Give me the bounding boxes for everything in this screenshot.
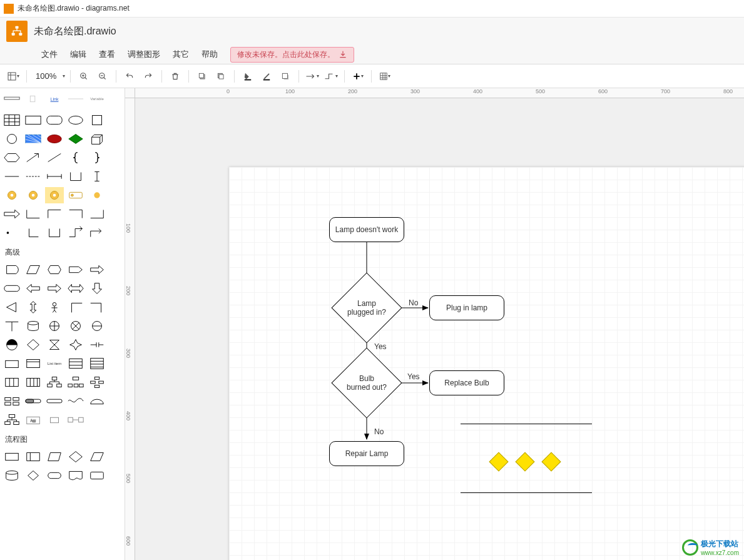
- shape-bracket-tr[interactable]: [88, 299, 106, 315]
- shape-fc[interactable]: [24, 449, 43, 465]
- page[interactable]: Lamp doesn't work Lamp plugged in? No Ye…: [229, 167, 744, 560]
- menu-view[interactable]: 查看: [93, 46, 121, 63]
- shape-pill2[interactable]: [45, 393, 64, 409]
- shape-adv[interactable]: [66, 262, 85, 278]
- insert-button[interactable]: ▾: [350, 68, 366, 84]
- menu-arrange[interactable]: 调整图形: [121, 46, 166, 63]
- shape-brace-l[interactable]: [66, 150, 85, 166]
- shape-window[interactable]: [24, 355, 43, 372]
- canvas-viewport[interactable]: Lamp doesn't work Lamp plugged in? No Ye…: [135, 98, 744, 560]
- shape-cube[interactable]: [88, 131, 106, 147]
- shape-list3[interactable]: [66, 355, 85, 372]
- undo-button[interactable]: [121, 68, 138, 84]
- shape-step-r2[interactable]: [88, 225, 106, 241]
- shape-hourglass[interactable]: [45, 337, 64, 353]
- shape-circle-plus[interactable]: [45, 318, 64, 334]
- to-front-button[interactable]: [194, 68, 210, 84]
- menu-file[interactable]: 文件: [35, 46, 64, 63]
- yellow-diamond-shape[interactable]: [489, 452, 508, 471]
- fill-color-button[interactable]: [240, 68, 256, 84]
- shape-corner3[interactable]: [66, 206, 85, 222]
- shape-adv[interactable]: [45, 262, 64, 278]
- yellow-diamond-shape[interactable]: [515, 452, 534, 471]
- shape-bracket-tl[interactable]: [66, 299, 85, 315]
- shape-arrow-lr[interactable]: [66, 280, 85, 297]
- shape-arrow-d[interactable]: [88, 280, 106, 297]
- zoom-level[interactable]: 100%: [32, 71, 60, 81]
- shape-fc-cyl[interactable]: [3, 467, 21, 484]
- shape-rounded[interactable]: [45, 112, 64, 128]
- menu-edit[interactable]: 编辑: [64, 46, 93, 63]
- shape-fc[interactable]: [66, 449, 85, 465]
- shape-connect[interactable]: [66, 412, 85, 428]
- shape-hatch[interactable]: [24, 131, 43, 147]
- shape-fc[interactable]: [88, 449, 106, 465]
- shape-tree4[interactable]: [3, 412, 21, 428]
- shape-form[interactable]: [3, 393, 21, 409]
- section-flowchart[interactable]: 流程图: [0, 430, 125, 446]
- shape-arrow-r[interactable]: [45, 280, 64, 297]
- node-decision-plugged[interactable]: Lamp plugged in?: [342, 283, 392, 333]
- shape-red-ellipse[interactable]: [45, 131, 64, 147]
- section-advanced[interactable]: 高级: [0, 243, 125, 259]
- shape-star4[interactable]: [66, 337, 85, 353]
- shape-dim-v[interactable]: [88, 168, 106, 185]
- shape-gear1[interactable]: [3, 187, 21, 203]
- shape-gear2[interactable]: [24, 187, 43, 203]
- shape-cols[interactable]: [3, 374, 21, 390]
- shape-arrow-l[interactable]: [24, 280, 43, 297]
- shape-list4[interactable]: [88, 355, 106, 372]
- line-shape[interactable]: [461, 424, 592, 424]
- view-mode-button[interactable]: ▾: [5, 68, 21, 84]
- shape-person[interactable]: [45, 299, 64, 315]
- redo-button[interactable]: [140, 68, 156, 84]
- table-button[interactable]: ▾: [377, 68, 393, 84]
- node-repair[interactable]: Repair Lamp: [329, 441, 404, 466]
- to-back-button[interactable]: [213, 68, 229, 84]
- node-decision-bulb[interactable]: Bulb burned out?: [342, 358, 392, 408]
- shape-fc[interactable]: [45, 449, 64, 465]
- shape-misc[interactable]: [66, 91, 85, 107]
- shape-cols2[interactable]: [24, 374, 43, 390]
- shape-step-r[interactable]: [66, 225, 85, 241]
- app-logo[interactable]: [6, 21, 28, 42]
- shape-box-small[interactable]: [45, 412, 64, 428]
- shape-cylinder[interactable]: [24, 318, 43, 334]
- shape-arrow-block-r[interactable]: [3, 206, 21, 222]
- shape-pill[interactable]: [3, 280, 21, 297]
- zoom-out-button[interactable]: [94, 68, 111, 84]
- shape-cap[interactable]: [88, 393, 106, 409]
- shape-dash-h[interactable]: [24, 168, 43, 185]
- shape-adv[interactable]: [3, 262, 21, 278]
- shape-grid[interactable]: [3, 112, 21, 128]
- waypoint-button[interactable]: ▾: [323, 68, 339, 84]
- shape-T[interactable]: [3, 318, 21, 334]
- shape-line-h[interactable]: [3, 168, 21, 185]
- shape-green-diamond[interactable]: [66, 131, 85, 147]
- shape-line-diag[interactable]: [45, 150, 64, 166]
- shape-fc-doc[interactable]: [66, 467, 85, 484]
- shape-fc[interactable]: [3, 449, 21, 465]
- shape-tree2[interactable]: [66, 374, 85, 390]
- menu-extras[interactable]: 其它: [166, 46, 195, 63]
- document-title[interactable]: 未命名绘图.drawio: [34, 25, 116, 38]
- line-shape[interactable]: [461, 492, 592, 493]
- shape-circle-x[interactable]: [66, 318, 85, 334]
- shape-circle[interactable]: [3, 131, 21, 147]
- shape-rect2[interactable]: [3, 355, 21, 372]
- node-start[interactable]: Lamp doesn't work: [329, 217, 404, 242]
- shape-misc[interactable]: [24, 91, 43, 107]
- shape-brace-r[interactable]: [88, 150, 106, 166]
- shape-L[interactable]: [24, 225, 43, 241]
- shape-sun[interactable]: [88, 187, 106, 203]
- delete-button[interactable]: [167, 68, 183, 84]
- shape-tri-l[interactable]: [3, 299, 21, 315]
- shape-conn[interactable]: [88, 337, 106, 353]
- line-color-button[interactable]: [258, 68, 275, 84]
- shape-corner1[interactable]: [24, 206, 43, 222]
- shapes-sidebar[interactable]: Link Variable: [0, 88, 125, 560]
- shape-wave[interactable]: [66, 393, 85, 409]
- shape-tree[interactable]: [45, 374, 64, 390]
- shape-circle-h[interactable]: [88, 318, 106, 334]
- shape-corner4[interactable]: [88, 206, 106, 222]
